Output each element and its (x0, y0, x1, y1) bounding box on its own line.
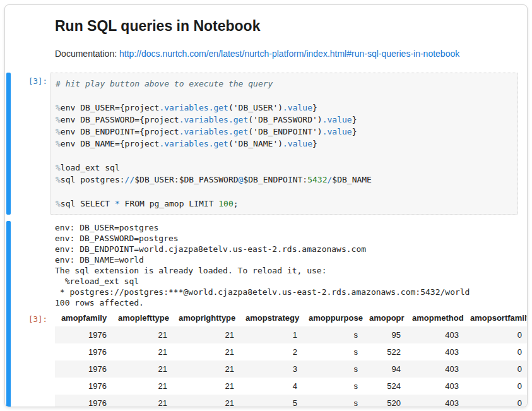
column-header: amoprighttype (174, 309, 240, 326)
table-cell: 1976 (55, 360, 113, 378)
table-cell: 0 (465, 378, 528, 395)
table-cell: 21 (174, 343, 240, 360)
documentation-link[interactable]: http://docs.nurtch.com/en/latest/nurtch-… (119, 49, 459, 59)
table-cell: 1976 (55, 326, 113, 343)
column-header: amoppurpose (304, 309, 364, 326)
table-cell: 403 (407, 326, 465, 343)
column-header: amopmethod (407, 309, 465, 326)
table-cell: 0 (465, 343, 528, 360)
code-text[interactable]: # hit play button above to execute the q… (50, 73, 517, 214)
table-cell: 21 (113, 343, 174, 360)
column-header: amopstrategy (240, 309, 304, 326)
table-cell: 1976 (55, 343, 113, 360)
table-cell: s (304, 326, 364, 343)
stream-prompt-spacer (11, 221, 50, 224)
table-row: 197621213s944030 (55, 360, 528, 378)
notebook-frame: Run SQL queries in Notebook Documentatio… (4, 4, 528, 407)
table-cell: 21 (174, 378, 240, 395)
table-cell: 3 (240, 360, 304, 378)
table-cell: 4 (240, 378, 304, 395)
table-cell: 403 (407, 395, 465, 407)
result-output-row: [3]: amopfamilyamoplefttypeamoprighttype… (11, 309, 527, 407)
table-cell: 403 (407, 343, 465, 360)
output-area: env: DB_USER=postgres env: DB_PASSWORD=p… (5, 221, 527, 407)
table-cell: 403 (407, 360, 465, 378)
code-editor[interactable]: # hit play button above to execute the q… (50, 73, 518, 215)
input-prompt: [3]: (11, 73, 50, 215)
table-cell: 2 (240, 343, 304, 360)
table-row: 197621214s5244030 (55, 378, 528, 395)
table-cell: 0 (465, 360, 528, 378)
table-cell: 21 (174, 360, 240, 378)
table-row: 197621212s5224030 (55, 343, 528, 360)
stream-output-row: env: DB_USER=postgres env: DB_PASSWORD=p… (11, 221, 527, 309)
table-cell: 524 (364, 378, 407, 395)
markdown-prompt-spacer (11, 16, 50, 59)
table-cell: 0 (465, 326, 528, 343)
column-header: amopsortfamily (465, 309, 528, 326)
table-cell: 94 (364, 360, 407, 378)
table-cell: 522 (364, 343, 407, 360)
output-collapser[interactable] (6, 221, 11, 407)
table-cell: 5 (240, 395, 304, 407)
column-header: amopfamily (55, 309, 113, 326)
table-cell: s (304, 343, 364, 360)
page-title: Run SQL queries in Notebook (55, 18, 518, 35)
table-cell: 403 (407, 378, 465, 395)
table-cell: 21 (113, 326, 174, 343)
table-row: 197621215s5204030 (55, 395, 528, 407)
output-prompt: [3]: (11, 309, 50, 325)
table-cell: s (304, 360, 364, 378)
documentation-line: Documentation: http://docs.nurtch.com/en… (55, 49, 518, 59)
table-cell: 1976 (55, 395, 113, 407)
input-collapser[interactable] (6, 73, 11, 215)
stream-output-text: env: DB_USER=postgres env: DB_PASSWORD=p… (50, 221, 527, 309)
table-cell: 21 (113, 395, 174, 407)
table-cell: 21 (113, 360, 174, 378)
table-cell: 1 (240, 326, 304, 343)
table-cell: 520 (364, 395, 407, 407)
table-cell: 21 (174, 326, 240, 343)
documentation-label: Documentation: (55, 49, 119, 59)
table-cell: 21 (113, 378, 174, 395)
markdown-cell-collapser (6, 16, 11, 59)
table-row: 197621211s954030 (55, 326, 528, 343)
table-cell: 21 (174, 395, 240, 407)
result-table: amopfamilyamoplefttypeamoprighttypeamops… (55, 309, 528, 407)
code-cell: [3]: # hit play button above to execute … (5, 73, 527, 215)
table-cell: 95 (364, 326, 407, 343)
table-cell: s (304, 378, 364, 395)
column-header: amopopr (364, 309, 407, 326)
column-header: amoplefttype (113, 309, 174, 326)
table-cell: s (304, 395, 364, 407)
table-cell: 0 (465, 395, 528, 407)
table-cell: 1976 (55, 378, 113, 395)
markdown-cell: Run SQL queries in Notebook Documentatio… (5, 16, 527, 59)
